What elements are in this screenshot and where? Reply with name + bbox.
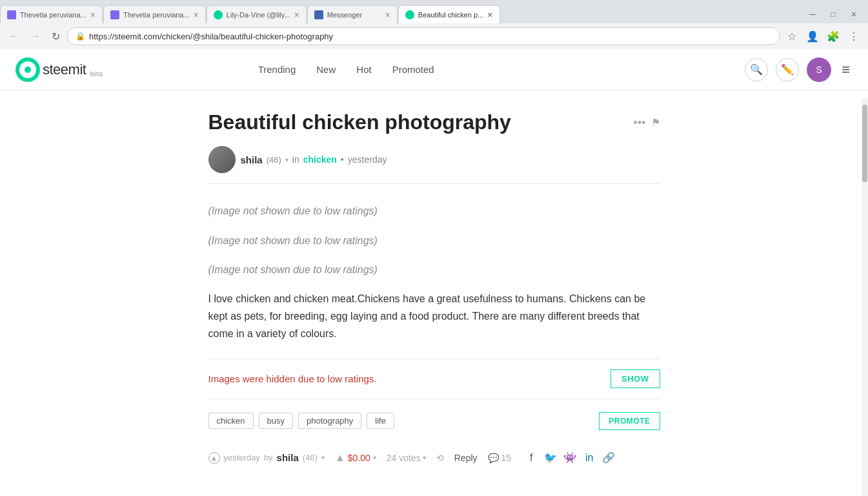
image-placeholder-3: (Image not shown due to low ratings)	[208, 261, 660, 278]
logo-beta: beta	[90, 70, 102, 78]
copy-link-button[interactable]: 🔗	[601, 451, 616, 465]
author-info: shila (46) ▾ in chicken • yesterday	[241, 154, 387, 165]
post-date: yesterday	[348, 154, 387, 165]
bookmark-button[interactable]: ☆	[783, 27, 801, 45]
tab-title-1: Thevetia peruviana...	[20, 11, 86, 19]
footer-author-rep: (46)	[303, 453, 318, 462]
author-avatar[interactable]	[208, 146, 236, 173]
browser-tab-2[interactable]: Thevetia peruviana... ×	[103, 5, 206, 23]
votes-dropdown-icon[interactable]: ▾	[423, 454, 426, 461]
tab-favicon-5	[405, 10, 414, 19]
minimize-button[interactable]: ─	[803, 5, 822, 23]
nav-trending[interactable]: Trending	[258, 64, 296, 75]
lock-icon: 🔒	[76, 32, 85, 41]
tab-close-4[interactable]: ×	[385, 10, 390, 19]
tab-close-5[interactable]: ×	[487, 10, 492, 19]
post-title: Beautiful chicken photography	[208, 110, 660, 134]
more-button[interactable]: ⋮	[845, 27, 863, 45]
author-dropdown-icon[interactable]: ▾	[285, 156, 288, 163]
show-images-button[interactable]: SHOW	[611, 369, 660, 388]
footer-timestamp: yesterday	[224, 453, 260, 462]
site-header: steemit beta Trending New Hot Promoted 🔍…	[0, 49, 868, 90]
tab-favicon-3	[214, 10, 223, 19]
browser-tab-1[interactable]: Thevetia peruviana... ×	[0, 5, 103, 23]
tags-area: chicken busy photography life PROMOTE	[208, 412, 660, 430]
reblog-button[interactable]: ⟲	[436, 453, 444, 463]
reddit-share-button[interactable]: 👾	[563, 451, 577, 465]
browser-tab-5[interactable]: Beautiful chicken p... ×	[398, 5, 500, 23]
votes-count[interactable]: 24 votes	[387, 453, 421, 463]
promote-button[interactable]: PROMOTE	[599, 412, 660, 430]
footer-author-dropdown-icon[interactable]: ▾	[321, 454, 325, 461]
extensions-button[interactable]: 🧩	[824, 27, 842, 45]
address-bar[interactable]: 🔒 https://steemit.com/chicken/@shila/bea…	[67, 27, 780, 45]
user-avatar[interactable]: S	[807, 57, 831, 82]
search-button[interactable]: 🔍	[745, 58, 768, 81]
comments-count: 15	[501, 453, 512, 463]
browser-chrome: Thevetia peruviana... × Thevetia peruvia…	[0, 0, 868, 49]
search-icon: 🔍	[750, 63, 763, 76]
browser-toolbar: ← → ↻ 🔒 https://steemit.com/chicken/@shi…	[0, 23, 868, 49]
comments-button[interactable]: 💬 15	[488, 453, 512, 463]
post-footer: ▲ yesterday by shila (46) ▾ ▲ $0.00 ▾ 24…	[208, 443, 660, 473]
tag-busy[interactable]: busy	[259, 413, 293, 429]
images-hidden-text: Images were hidden due to low ratings.	[208, 373, 377, 384]
reply-button[interactable]: Reply	[454, 453, 478, 463]
tab-close-3[interactable]: ×	[294, 10, 299, 19]
upvote-circle-icon[interactable]: ▲	[208, 452, 220, 464]
header-actions: 🔍 ✏️ S ≡	[745, 57, 853, 82]
facebook-share-button[interactable]: f	[524, 451, 538, 465]
url-text: https://steemit.com/chicken/@shila/beaut…	[89, 32, 772, 41]
category-link[interactable]: chicken	[303, 154, 337, 165]
nav-promoted[interactable]: Promoted	[392, 64, 434, 75]
post-meta: shila (46) ▾ in chicken • yesterday	[208, 146, 660, 184]
logo-area[interactable]: steemit beta	[15, 57, 103, 82]
tag-life[interactable]: life	[367, 413, 394, 429]
payout-amount[interactable]: $0.00	[348, 453, 370, 463]
reload-button[interactable]: ↻	[46, 27, 65, 45]
nav-hot[interactable]: Hot	[356, 64, 371, 75]
tab-favicon-1	[7, 10, 16, 19]
tab-favicon-4	[314, 10, 323, 19]
forward-button[interactable]: →	[26, 27, 44, 45]
post-actions-top: ••• ⚑	[634, 116, 660, 130]
nav-new[interactable]: New	[316, 64, 336, 75]
tag-photography[interactable]: photography	[298, 413, 361, 429]
tab-title-2: Thevetia peruviana...	[123, 11, 190, 19]
tab-close-2[interactable]: ×	[194, 10, 199, 19]
tag-chicken[interactable]: chicken	[208, 413, 254, 429]
main-content: ••• ⚑ Beautiful chicken photography shil…	[112, 90, 757, 492]
edit-icon: ✏️	[781, 63, 794, 76]
author-name[interactable]: shila	[241, 154, 263, 165]
logo-icon	[15, 57, 40, 82]
twitter-share-button[interactable]: 🐦	[543, 451, 558, 465]
tab-close-1[interactable]: ×	[90, 10, 96, 19]
close-button[interactable]: ×	[845, 5, 863, 23]
payout-dropdown-icon[interactable]: ▾	[373, 454, 376, 461]
linkedin-share-button[interactable]: in	[582, 451, 596, 465]
votes-section: 24 votes ▾	[387, 453, 426, 463]
author-reputation: (46)	[267, 155, 281, 165]
avatar-initial: S	[816, 65, 822, 75]
bookmark-post-icon[interactable]: ⚑	[651, 116, 660, 130]
more-options-icon[interactable]: •••	[634, 116, 646, 130]
scrollbar-thumb[interactable]	[862, 105, 867, 182]
images-hidden-bar: Images were hidden due to low ratings. S…	[208, 358, 660, 399]
toolbar-right: ☆ 👤 🧩 ⋮	[783, 27, 863, 45]
main-nav: Trending New Hot Promoted	[258, 64, 434, 75]
edit-button[interactable]: ✏️	[776, 58, 799, 81]
browser-tab-3[interactable]: Lily-Da-Vine (@lily... ×	[207, 5, 307, 23]
maximize-button[interactable]: □	[824, 5, 842, 23]
logo-text: steemit	[43, 61, 86, 78]
menu-button[interactable]: ≡	[839, 59, 853, 81]
back-button[interactable]: ←	[5, 27, 23, 45]
profile-button[interactable]: 👤	[803, 27, 822, 45]
vote-up-button[interactable]: ▲	[335, 452, 345, 464]
browser-tab-4[interactable]: Messenger ×	[307, 5, 398, 23]
browser-tabs: Thevetia peruviana... × Thevetia peruvia…	[0, 0, 868, 23]
scrollbar-track[interactable]	[862, 98, 868, 496]
post-body: (Image not shown due to low ratings) (Im…	[208, 202, 660, 342]
payout-section: ▲ $0.00 ▾	[335, 452, 376, 464]
tab-title-5: Beautiful chicken p...	[418, 11, 484, 19]
footer-author-name[interactable]: shila	[277, 452, 299, 463]
